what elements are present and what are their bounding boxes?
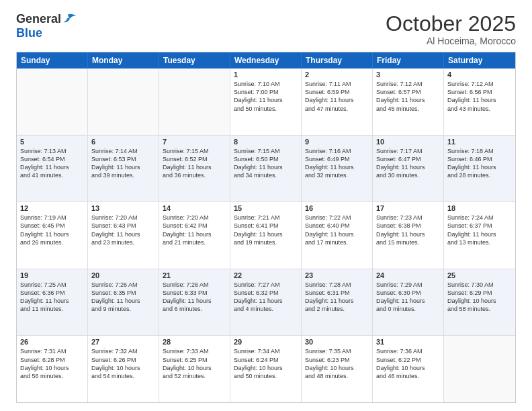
logo: General Blue: [16, 12, 77, 40]
day-info: Sunrise: 7:15 AM Sunset: 6:50 PM Dayligh…: [234, 147, 298, 180]
day-cell-26: 26Sunrise: 7:31 AM Sunset: 6:28 PM Dayli…: [17, 336, 88, 402]
day-info: Sunrise: 7:20 AM Sunset: 6:43 PM Dayligh…: [91, 214, 155, 246]
day-number: 3: [376, 71, 440, 79]
day-info: Sunrise: 7:31 AM Sunset: 6:28 PM Dayligh…: [20, 347, 84, 380]
day-info: Sunrise: 7:19 AM Sunset: 6:45 PM Dayligh…: [20, 214, 84, 246]
calendar-row-3: 19Sunrise: 7:25 AM Sunset: 6:36 PM Dayli…: [17, 269, 515, 336]
location: Al Hoceima, Morocco: [386, 36, 516, 46]
day-cell-22: 22Sunrise: 7:27 AM Sunset: 6:32 PM Dayli…: [230, 269, 302, 336]
calendar-body: 1Sunrise: 7:10 AM Sunset: 7:00 PM Daylig…: [17, 68, 515, 402]
day-cell-17: 17Sunrise: 7:23 AM Sunset: 6:38 PM Dayli…: [373, 202, 444, 269]
day-info: Sunrise: 7:35 AM Sunset: 6:23 PM Dayligh…: [305, 347, 369, 380]
empty-cell: [17, 68, 88, 135]
day-number: 2: [305, 71, 369, 79]
empty-cell: [88, 68, 159, 135]
logo-general: General: [16, 12, 61, 26]
day-cell-11: 11Sunrise: 7:18 AM Sunset: 6:46 PM Dayli…: [444, 136, 515, 202]
day-info: Sunrise: 7:23 AM Sunset: 6:38 PM Dayligh…: [376, 214, 440, 246]
day-cell-24: 24Sunrise: 7:29 AM Sunset: 6:30 PM Dayli…: [373, 269, 444, 336]
calendar: SundayMondayTuesdayWednesdayThursdayFrid…: [16, 52, 516, 403]
day-number: 9: [305, 138, 369, 146]
day-number: 7: [163, 138, 226, 146]
day-number: 28: [163, 338, 226, 346]
day-number: 26: [20, 338, 84, 346]
day-number: 1: [234, 71, 298, 79]
day-info: Sunrise: 7:27 AM Sunset: 6:32 PM Dayligh…: [234, 281, 298, 314]
header: General Blue October 2025 Al Hoceima, Mo…: [16, 12, 516, 46]
day-number: 29: [234, 338, 298, 346]
calendar-page: General Blue October 2025 Al Hoceima, Mo…: [0, 0, 532, 411]
day-cell-23: 23Sunrise: 7:28 AM Sunset: 6:31 PM Dayli…: [302, 269, 373, 336]
day-cell-12: 12Sunrise: 7:19 AM Sunset: 6:45 PM Dayli…: [17, 202, 88, 269]
day-cell-20: 20Sunrise: 7:26 AM Sunset: 6:35 PM Dayli…: [88, 269, 159, 336]
day-cell-31: 31Sunrise: 7:36 AM Sunset: 6:22 PM Dayli…: [373, 336, 444, 402]
day-info: Sunrise: 7:18 AM Sunset: 6:46 PM Dayligh…: [447, 147, 512, 180]
logo-bird-icon: [62, 13, 77, 26]
day-info: Sunrise: 7:11 AM Sunset: 6:59 PM Dayligh…: [305, 80, 369, 113]
day-info: Sunrise: 7:26 AM Sunset: 6:35 PM Dayligh…: [91, 281, 155, 314]
day-cell-6: 6Sunrise: 7:14 AM Sunset: 6:53 PM Daylig…: [88, 136, 159, 202]
title-block: October 2025 Al Hoceima, Morocco: [386, 12, 516, 46]
day-cell-9: 9Sunrise: 7:16 AM Sunset: 6:49 PM Daylig…: [302, 136, 373, 202]
day-number: 17: [376, 204, 440, 212]
weekday-header-saturday: Saturday: [444, 52, 515, 68]
day-info: Sunrise: 7:21 AM Sunset: 6:41 PM Dayligh…: [234, 214, 298, 246]
day-number: 10: [376, 138, 440, 146]
weekday-header-monday: Monday: [88, 52, 159, 68]
day-number: 30: [305, 338, 369, 346]
day-number: 11: [447, 138, 512, 146]
day-cell-3: 3Sunrise: 7:12 AM Sunset: 6:57 PM Daylig…: [373, 68, 444, 135]
day-info: Sunrise: 7:12 AM Sunset: 6:57 PM Dayligh…: [376, 80, 440, 113]
day-number: 5: [20, 138, 84, 146]
day-cell-15: 15Sunrise: 7:21 AM Sunset: 6:41 PM Dayli…: [230, 202, 302, 269]
day-info: Sunrise: 7:36 AM Sunset: 6:22 PM Dayligh…: [376, 347, 440, 380]
day-info: Sunrise: 7:26 AM Sunset: 6:33 PM Dayligh…: [163, 281, 226, 314]
day-info: Sunrise: 7:17 AM Sunset: 6:47 PM Dayligh…: [376, 147, 440, 180]
day-number: 13: [91, 204, 155, 212]
day-cell-18: 18Sunrise: 7:24 AM Sunset: 6:37 PM Dayli…: [444, 202, 515, 269]
day-cell-19: 19Sunrise: 7:25 AM Sunset: 6:36 PM Dayli…: [17, 269, 88, 336]
day-number: 20: [91, 271, 155, 279]
day-number: 19: [20, 271, 84, 279]
day-info: Sunrise: 7:12 AM Sunset: 6:56 PM Dayligh…: [447, 80, 512, 113]
day-number: 4: [447, 71, 512, 79]
day-cell-4: 4Sunrise: 7:12 AM Sunset: 6:56 PM Daylig…: [444, 68, 515, 135]
day-number: 24: [376, 271, 440, 279]
weekday-header-sunday: Sunday: [17, 52, 88, 68]
day-number: 31: [376, 338, 440, 346]
day-cell-14: 14Sunrise: 7:20 AM Sunset: 6:42 PM Dayli…: [159, 202, 230, 269]
day-info: Sunrise: 7:34 AM Sunset: 6:24 PM Dayligh…: [234, 347, 298, 380]
day-cell-1: 1Sunrise: 7:10 AM Sunset: 7:00 PM Daylig…: [230, 68, 302, 135]
day-number: 12: [20, 204, 84, 212]
calendar-row-1: 5Sunrise: 7:13 AM Sunset: 6:54 PM Daylig…: [17, 135, 515, 202]
weekday-header-wednesday: Wednesday: [230, 52, 302, 68]
day-info: Sunrise: 7:32 AM Sunset: 6:26 PM Dayligh…: [91, 347, 155, 380]
day-number: 21: [163, 271, 226, 279]
day-number: 8: [234, 138, 298, 146]
empty-cell: [159, 68, 230, 135]
day-cell-25: 25Sunrise: 7:30 AM Sunset: 6:29 PM Dayli…: [444, 269, 515, 336]
month-title: October 2025: [386, 12, 516, 36]
day-cell-30: 30Sunrise: 7:35 AM Sunset: 6:23 PM Dayli…: [302, 336, 373, 402]
day-info: Sunrise: 7:33 AM Sunset: 6:25 PM Dayligh…: [163, 347, 226, 380]
day-info: Sunrise: 7:10 AM Sunset: 7:00 PM Dayligh…: [234, 80, 298, 113]
day-info: Sunrise: 7:20 AM Sunset: 6:42 PM Dayligh…: [163, 214, 226, 246]
day-cell-27: 27Sunrise: 7:32 AM Sunset: 6:26 PM Dayli…: [88, 336, 159, 402]
logo-blue: Blue: [16, 26, 42, 40]
day-info: Sunrise: 7:30 AM Sunset: 6:29 PM Dayligh…: [447, 281, 512, 314]
day-number: 27: [91, 338, 155, 346]
day-info: Sunrise: 7:14 AM Sunset: 6:53 PM Dayligh…: [91, 147, 155, 180]
day-number: 6: [91, 138, 155, 146]
day-number: 23: [305, 271, 369, 279]
weekday-header-tuesday: Tuesday: [159, 52, 230, 68]
weekday-header-thursday: Thursday: [302, 52, 373, 68]
calendar-row-2: 12Sunrise: 7:19 AM Sunset: 6:45 PM Dayli…: [17, 201, 515, 269]
day-cell-13: 13Sunrise: 7:20 AM Sunset: 6:43 PM Dayli…: [88, 202, 159, 269]
day-cell-8: 8Sunrise: 7:15 AM Sunset: 6:50 PM Daylig…: [230, 136, 302, 202]
day-number: 15: [234, 204, 298, 212]
day-number: 25: [447, 271, 512, 279]
day-number: 16: [305, 204, 369, 212]
day-cell-29: 29Sunrise: 7:34 AM Sunset: 6:24 PM Dayli…: [230, 336, 302, 402]
day-info: Sunrise: 7:29 AM Sunset: 6:30 PM Dayligh…: [376, 281, 440, 314]
day-cell-5: 5Sunrise: 7:13 AM Sunset: 6:54 PM Daylig…: [17, 136, 88, 202]
